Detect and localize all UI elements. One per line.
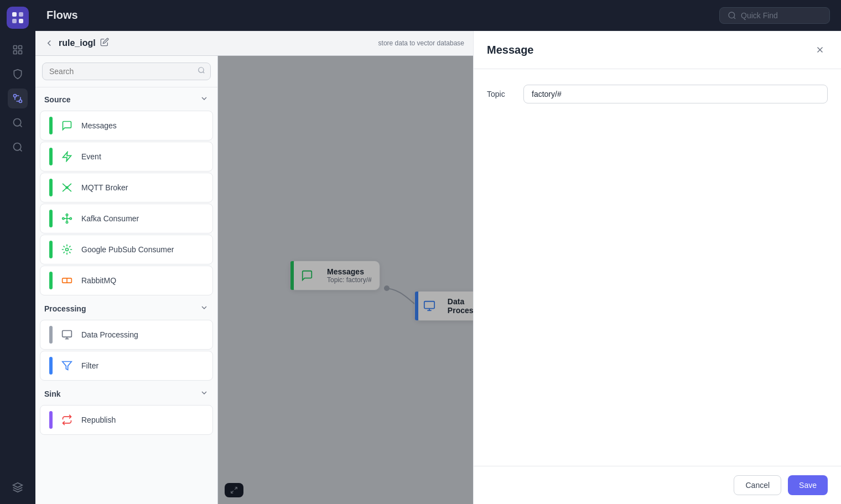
nav-shield-icon[interactable] bbox=[8, 64, 28, 84]
messages-accent bbox=[49, 117, 53, 134]
svg-marker-15 bbox=[63, 152, 71, 162]
rabbitmq-accent bbox=[49, 272, 53, 289]
rule-description: store data to vector database bbox=[378, 39, 464, 47]
svg-point-8 bbox=[14, 95, 17, 97]
kafka-icon bbox=[58, 210, 76, 227]
svg-point-10 bbox=[14, 119, 21, 126]
list-item[interactable]: MQTT Broker bbox=[40, 173, 213, 202]
svg-rect-5 bbox=[19, 46, 22, 49]
pubsub-icon bbox=[58, 241, 76, 258]
pubsub-label: Google PubSub Consumer bbox=[81, 245, 174, 254]
list-item[interactable]: Filter bbox=[40, 351, 213, 381]
nav-layers-icon[interactable] bbox=[8, 477, 28, 497]
pubsub-accent bbox=[49, 241, 53, 258]
processing-section-title: Processing bbox=[44, 304, 86, 313]
rule-name: rule_iogl bbox=[59, 38, 96, 48]
page-title: Flows bbox=[46, 9, 78, 22]
component-sidebar: Source Messages bbox=[35, 56, 218, 504]
edit-rule-icon[interactable] bbox=[100, 38, 109, 49]
message-panel-footer: Cancel Save bbox=[474, 466, 841, 504]
list-item[interactable]: RabbitMQ bbox=[40, 266, 213, 295]
mqtt-icon bbox=[58, 179, 76, 196]
list-item[interactable]: Republish bbox=[40, 405, 213, 435]
sink-section-header[interactable]: Sink bbox=[35, 382, 217, 404]
rule-panel: rule_iogl store data to vector database bbox=[35, 31, 473, 504]
list-item[interactable]: Event bbox=[40, 142, 213, 172]
list-item[interactable]: Data Processing bbox=[40, 320, 213, 350]
overlay-dim bbox=[218, 56, 473, 504]
message-close-button[interactable] bbox=[812, 42, 828, 58]
save-button[interactable]: Save bbox=[788, 475, 828, 495]
svg-rect-25 bbox=[63, 331, 72, 337]
app-logo[interactable] bbox=[7, 7, 29, 29]
global-search[interactable]: Quick Find bbox=[719, 7, 830, 24]
filter-icon bbox=[58, 357, 76, 375]
svg-rect-2 bbox=[12, 19, 17, 23]
nav-dashboard-icon[interactable] bbox=[8, 40, 28, 60]
message-panel-header: Message bbox=[474, 31, 841, 69]
svg-point-18 bbox=[66, 221, 68, 223]
sidebar-search-input[interactable] bbox=[42, 63, 211, 80]
topic-input[interactable] bbox=[523, 85, 828, 103]
sink-chevron-icon bbox=[200, 388, 209, 399]
data-processing-accent bbox=[49, 326, 53, 344]
list-item[interactable]: Google PubSub Consumer bbox=[40, 235, 213, 264]
flow-canvas[interactable]: Messages Topic: factory/# Data Processin… bbox=[218, 56, 473, 504]
messages-icon bbox=[58, 117, 76, 134]
svg-point-13 bbox=[729, 12, 735, 18]
list-item[interactable]: Messages bbox=[40, 111, 213, 141]
nav-sidebar bbox=[0, 0, 35, 504]
top-header: Flows Quick Find bbox=[35, 0, 841, 31]
svg-rect-1 bbox=[19, 12, 23, 17]
svg-point-11 bbox=[14, 143, 21, 150]
svg-point-14 bbox=[199, 67, 204, 72]
svg-rect-0 bbox=[12, 12, 17, 17]
nav-flows-icon[interactable] bbox=[8, 89, 28, 108]
source-section-title: Source bbox=[44, 95, 70, 104]
cancel-button[interactable]: Cancel bbox=[734, 475, 781, 495]
svg-rect-4 bbox=[14, 46, 17, 49]
svg-point-23 bbox=[66, 248, 69, 251]
svg-marker-12 bbox=[13, 483, 23, 487]
data-processing-label: Data Processing bbox=[81, 330, 138, 339]
event-accent bbox=[49, 148, 53, 165]
rule-body: Source Messages bbox=[35, 56, 473, 504]
mqtt-label: MQTT Broker bbox=[81, 183, 128, 192]
nav-search-icon[interactable] bbox=[8, 137, 28, 157]
event-label: Event bbox=[81, 152, 101, 161]
svg-point-20 bbox=[70, 217, 71, 219]
svg-rect-6 bbox=[14, 51, 17, 54]
global-search-placeholder: Quick Find bbox=[741, 11, 778, 20]
main-area: Flows Quick Find rule_iogl store data to… bbox=[35, 0, 841, 504]
sink-section-title: Sink bbox=[44, 389, 61, 398]
source-section-header[interactable]: Source bbox=[35, 87, 217, 110]
filter-accent bbox=[49, 357, 53, 375]
rule-header: rule_iogl store data to vector database bbox=[35, 31, 473, 56]
message-panel-title: Message bbox=[487, 44, 534, 56]
republish-accent bbox=[49, 411, 53, 429]
filter-label: Filter bbox=[81, 361, 98, 370]
svg-rect-7 bbox=[19, 51, 22, 54]
list-item[interactable]: Kafka Consumer bbox=[40, 204, 213, 233]
rabbitmq-icon bbox=[58, 272, 76, 289]
message-panel-body: Topic bbox=[474, 69, 841, 466]
message-panel: Message Topic Cancel Save bbox=[473, 31, 841, 504]
kafka-accent bbox=[49, 210, 53, 227]
svg-point-17 bbox=[66, 214, 68, 216]
republish-icon bbox=[58, 411, 76, 429]
sidebar-search-icon bbox=[198, 66, 205, 76]
processing-chevron-icon bbox=[200, 303, 209, 314]
republish-label: Republish bbox=[81, 415, 116, 424]
svg-marker-28 bbox=[63, 362, 72, 370]
back-button[interactable] bbox=[44, 38, 54, 48]
content-area: rule_iogl store data to vector database bbox=[35, 31, 841, 504]
rabbitmq-label: RabbitMQ bbox=[81, 276, 116, 285]
messages-label: Messages bbox=[81, 121, 117, 130]
sidebar-search-section bbox=[35, 56, 217, 87]
source-chevron-icon bbox=[200, 94, 209, 105]
svg-rect-3 bbox=[19, 19, 23, 23]
processing-section-header[interactable]: Processing bbox=[35, 297, 217, 319]
nav-analytics-icon[interactable] bbox=[8, 113, 28, 133]
mqtt-accent bbox=[49, 179, 53, 196]
data-processing-icon bbox=[58, 326, 76, 344]
